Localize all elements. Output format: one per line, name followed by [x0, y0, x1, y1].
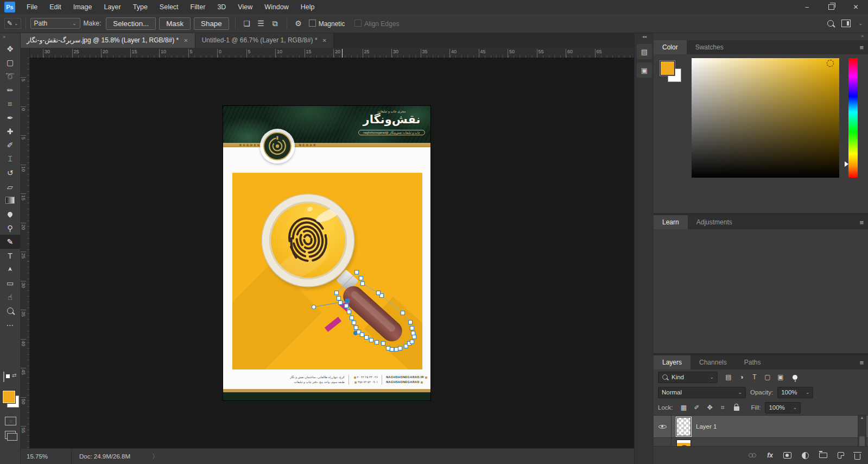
minimize-button[interactable]: – [795, 0, 819, 14]
filter-icon-1[interactable]: ◑ [735, 372, 748, 383]
workspace-switcher-icon[interactable] [841, 20, 851, 27]
menu-edit[interactable]: Edit [43, 0, 67, 14]
hue-slider[interactable] [848, 58, 858, 178]
edit-toolbar[interactable]: ⋯ [0, 318, 20, 331]
fill-field[interactable]: 100%⌄ [765, 402, 801, 413]
color-picker-ring[interactable] [827, 60, 834, 67]
scroll-up-icon[interactable]: ▲ [860, 416, 864, 419]
status-chevron-icon[interactable]: 〉 [152, 453, 159, 461]
menu-3d[interactable]: 3D [211, 0, 232, 14]
menu-image[interactable]: Image [67, 0, 98, 14]
tab-layers[interactable]: Layers [654, 355, 690, 369]
menu-help[interactable]: Help [295, 0, 321, 14]
restore-button[interactable] [819, 0, 844, 14]
path-operations-icon[interactable]: ❏ [240, 19, 254, 28]
type-tool[interactable]: T [0, 249, 20, 262]
lock-all-icon[interactable] [734, 406, 739, 411]
clone-stamp-tool[interactable]: ⌶ [0, 152, 20, 166]
vertical-ruler[interactable]: 50510152025303540455055 [20, 58, 30, 449]
shape-tool[interactable]: ▭ [0, 277, 20, 290]
history-brush-tool[interactable]: ↺ [0, 166, 20, 180]
filter-icon-2[interactable]: T [748, 372, 761, 383]
menu-type[interactable]: Type [127, 0, 154, 14]
menu-layer[interactable]: Layer [98, 0, 126, 14]
eyedropper-tool[interactable]: ✒ [0, 111, 20, 124]
menu-window[interactable]: Window [258, 0, 294, 14]
panel-menu-icon[interactable]: ≡ [859, 43, 864, 52]
eraser-tool[interactable]: ▱ [0, 180, 20, 193]
move-tool[interactable]: ✥ [0, 42, 20, 55]
brush-tool[interactable]: ✐ [0, 139, 20, 152]
make-selection-button[interactable]: Selection... [106, 17, 156, 30]
ruler-corner[interactable] [20, 48, 30, 58]
tab-learn[interactable]: Learn [654, 215, 688, 229]
search-icon[interactable] [827, 20, 834, 27]
crop-tool[interactable]: ⌗ [0, 97, 20, 111]
healing-brush-tool[interactable]: ✚ [0, 124, 20, 138]
layer-style-fx-icon[interactable]: fx [767, 452, 773, 459]
tab-swatches[interactable]: Swatches [687, 40, 732, 54]
lock-icon-3[interactable]: ⌗ [717, 402, 730, 413]
close-icon[interactable]: ✕ [183, 37, 188, 43]
layer-name[interactable]: Layer 1 [696, 423, 717, 430]
panel-menu-icon[interactable]: ≡ [859, 218, 864, 227]
zoom-level-field[interactable]: 15.75% [20, 449, 72, 464]
dock-collapse-icon[interactable]: » [654, 33, 868, 40]
chevron-down-icon[interactable]: ⌄ [858, 21, 863, 26]
tab-adjustments[interactable]: Adjustments [688, 215, 741, 229]
lock-icon-2[interactable]: ✥ [704, 402, 717, 413]
filter-icon-0[interactable]: ▤ [722, 372, 735, 383]
adjustment-layer-icon[interactable] [802, 452, 809, 459]
menu-file[interactable]: File [21, 0, 43, 14]
close-button[interactable]: ✕ [844, 0, 868, 14]
libraries-panel-icon[interactable]: ▣ [637, 62, 652, 78]
properties-panel-icon[interactable]: ▤ [637, 44, 652, 59]
filter-toggle-pin[interactable] [793, 375, 797, 380]
lock-icon-1[interactable]: ✐ [690, 402, 704, 413]
path-arrangement-icon[interactable]: ⧉ [268, 19, 282, 28]
panel-menu-icon[interactable]: ≡ [859, 359, 864, 367]
quick-selection-tool[interactable]: ✏ [0, 83, 20, 97]
visibility-toggle[interactable] [654, 416, 671, 437]
tab-color[interactable]: Color [654, 40, 687, 54]
pen-tool[interactable]: ✎ [0, 235, 20, 248]
blend-mode-select[interactable]: Normal⌄ [658, 387, 746, 398]
tool-preset-picker[interactable]: ✎ ⌄ [4, 18, 21, 29]
delete-layer-icon[interactable] [854, 454, 860, 460]
add-layer-mask-icon[interactable] [783, 452, 791, 459]
quick-mask-button[interactable]: ◌ [5, 417, 16, 425]
blur-tool[interactable] [0, 208, 20, 221]
tab-paths[interactable]: Paths [736, 355, 770, 369]
document-tab[interactable]: سربرگ-نقش-و-نگار.jpg @ 15.8% (Layer 1, R… [20, 33, 195, 48]
opacity-field[interactable]: 100%⌄ [777, 387, 813, 398]
open-document-artwork[interactable]: مجری چاپ و تبلیغات نقش‌ونگار چاپ و تبلیغ… [223, 106, 430, 400]
layer-filter-select[interactable]: Kind ⌄ [658, 372, 718, 383]
zoom-tool[interactable] [0, 304, 20, 317]
new-layer-icon[interactable] [838, 452, 844, 459]
make-shape-button[interactable]: Shape [194, 17, 229, 30]
make-mask-button[interactable]: Mask [159, 17, 191, 30]
saturation-brightness-field[interactable] [692, 58, 839, 178]
filter-icon-4[interactable]: ▣ [774, 372, 787, 383]
swap-colors-icon[interactable]: ⇄ [12, 372, 16, 378]
new-group-icon[interactable] [819, 453, 827, 458]
tab-channels[interactable]: Channels [690, 355, 736, 369]
document-tab[interactable]: Untitled-1 @ 66.7% (Layer 1, RGB/8#) *✕ [195, 33, 334, 48]
filter-icon-3[interactable]: ▢ [761, 372, 774, 383]
gear-icon[interactable]: ⚙ [292, 19, 306, 28]
screen-mode-button[interactable] [5, 431, 16, 439]
lasso-tool[interactable]: ➰ [0, 70, 20, 83]
path-alignment-icon[interactable]: ☰ [254, 19, 268, 28]
hand-tool[interactable]: ☝ [0, 290, 20, 304]
foreground-color-swatch[interactable] [660, 61, 675, 76]
rectangular-marquee-tool[interactable]: ▢ [0, 55, 20, 69]
hue-slider-marker[interactable] [845, 161, 848, 167]
canvas[interactable]: 50510152025303540455055 مجری چاپ و تبلیغ… [20, 58, 634, 449]
layer-row[interactable]: Layer 1 [654, 416, 868, 438]
layer-thumbnail[interactable] [677, 418, 690, 436]
lock-icon-0[interactable]: ▦ [677, 402, 690, 413]
foreground-color-swatch[interactable] [3, 391, 15, 403]
gradient-tool[interactable] [0, 193, 20, 207]
dodge-tool[interactable]: ⚲ [0, 221, 20, 235]
toolbar-collapse-icon[interactable]: » [0, 33, 20, 42]
